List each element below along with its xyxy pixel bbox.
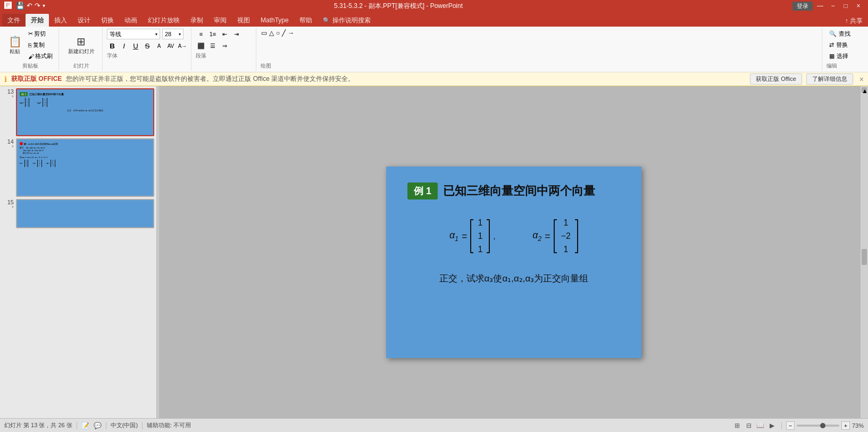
clipboard-sub-buttons: ✂ 剪切 ⎘ 复制 🖌 格式刷	[26, 29, 55, 61]
view-controls: ⊞ ⊟ 📖 ▶	[732, 421, 777, 430]
bullet-list-button[interactable]: ≡	[196, 29, 206, 39]
tab-record[interactable]: 录制	[185, 14, 208, 27]
ribbon-minimize-button[interactable]: —	[815, 2, 825, 10]
font-name-dropdown[interactable]: 等线 ▾	[107, 29, 160, 39]
zoom-label[interactable]: 73%	[852, 422, 864, 429]
tab-insert[interactable]: 插入	[49, 14, 72, 27]
right-scrollbar[interactable]: ▲ ▼	[861, 86, 868, 428]
tab-animation[interactable]: 动画	[119, 14, 143, 27]
notes-icon[interactable]: 📝	[81, 422, 89, 429]
tab-file[interactable]: 文件	[2, 14, 26, 27]
tab-view[interactable]: 视图	[232, 14, 255, 27]
title-bar: 🅿 💾 ↶ ↷ ▾ 5.31-5.3.2 - 副本.PPT[兼容模式] - Po…	[0, 0, 868, 12]
comment-icon[interactable]: 💬	[94, 422, 102, 429]
ribbon-content: 📋 粘贴 ✂ 剪切 ⎘ 复制 🖌 格式刷 剪贴板	[0, 27, 868, 72]
scroll-thumb[interactable]	[862, 249, 867, 265]
tab-design[interactable]: 设计	[72, 14, 96, 27]
arrow-shape[interactable]: →	[287, 29, 295, 37]
slideshow-button[interactable]: ▶	[767, 421, 777, 430]
tab-start[interactable]: 开始	[26, 14, 49, 27]
rect-shape[interactable]: ▭	[261, 29, 268, 37]
slide-star-13: *	[12, 95, 14, 101]
find-icon: 🔍	[829, 30, 837, 37]
thumb-13-title: 已知三维向量空间中两个向量	[29, 93, 64, 96]
underline-button[interactable]: U	[130, 40, 141, 51]
align-left-button[interactable]: ⬛	[196, 40, 206, 51]
drawing-group: ▭ △ ○ ╱ → 绘图	[257, 28, 822, 71]
zoom-out-button[interactable]: −	[786, 421, 795, 430]
slide-thumbnail-15[interactable]	[16, 199, 154, 228]
new-slide-button[interactable]: ⊞ 新建幻灯片	[65, 31, 97, 59]
tab-review[interactable]: 审阅	[208, 14, 232, 27]
shadow-button[interactable]: A	[154, 40, 164, 51]
number-list-button[interactable]: 1≡	[207, 29, 218, 39]
drawing-shapes: ▭ △ ○ ╱ →	[261, 29, 295, 37]
clipboard-group-content: 📋 粘贴 ✂ 剪切 ⎘ 复制 🖌 格式刷	[5, 29, 55, 61]
slides-group-label: 幻灯片	[73, 62, 89, 70]
sep1	[77, 422, 77, 429]
slide-star-15: *	[12, 205, 14, 211]
window-restore-button[interactable]: □	[840, 2, 851, 10]
tab-transition[interactable]: 切换	[96, 14, 119, 27]
slide-thumbnail-13[interactable]: 例 1 已知三维向量空间中两个向量 α₁= 1 1 1 α₂=	[16, 88, 154, 136]
copy-button[interactable]: ⎘ 复制	[26, 40, 55, 50]
undo-icon[interactable]: ↶	[27, 2, 32, 10]
get-office-button[interactable]: 获取正版 Office	[750, 73, 802, 85]
decrease-indent-button[interactable]: ⇤	[219, 29, 230, 39]
alpha2-matrix: 1 −2 1	[554, 215, 578, 257]
info-close-icon[interactable]: ×	[859, 75, 864, 84]
ribbon-tab-bar: 文件 开始 插入 设计 切换 动画 幻灯片放映 录制 审阅 视图 MathTyp…	[0, 12, 868, 27]
clipboard-group: 📋 粘贴 ✂ 剪切 ⎘ 复制 🖌 格式刷 剪贴板	[2, 28, 59, 71]
clipboard-group-label: 剪贴板	[22, 62, 38, 70]
customize-qa-icon[interactable]: ▾	[43, 3, 45, 9]
tab-mathtype[interactable]: MathType	[255, 14, 294, 27]
normal-view-button[interactable]: ⊞	[732, 421, 742, 430]
save-icon[interactable]: 💾	[16, 2, 24, 10]
format-painter-button[interactable]: 🖌 格式刷	[26, 51, 55, 61]
tab-slideshow[interactable]: 幻灯片放映	[143, 14, 185, 27]
reading-view-button[interactable]: 📖	[756, 421, 765, 430]
search-box[interactable]: 🔍 操作说明搜索	[318, 14, 376, 27]
window-close-button[interactable]: ×	[853, 2, 864, 10]
window-minimize-button[interactable]: −	[828, 2, 838, 10]
oval-shape[interactable]: ○	[276, 29, 280, 37]
line-shape[interactable]: ╱	[281, 29, 286, 37]
italic-button[interactable]: I	[119, 40, 129, 51]
slide-panel: 13 * 例 1 已知三维向量空间中两个向量 α₁= 1 1 1	[0, 86, 157, 428]
zoom-control: − + 73%	[786, 421, 864, 430]
info-bar-message: 您的许可证并非正版，您可能是盗版软件的被害者。立即通过正版 Office 渠道中…	[66, 74, 746, 84]
slide-thumbnail-14[interactable]: 解：α=(1,1,1)≠0,且分别与α₁,α₂正交 解方 [α₁,α₃]=x₁+…	[16, 138, 154, 197]
main-slide-canvas[interactable]: 例 1 已知三维向量空间中两个向量 α1 = 1 1	[386, 167, 641, 358]
new-slide-icon: ⊞	[77, 35, 86, 48]
strikethrough-button[interactable]: S	[142, 40, 153, 51]
login-button[interactable]: 登录	[792, 2, 813, 11]
align-right-button[interactable]: ⇒	[219, 40, 230, 51]
text-direction-button[interactable]: A→	[177, 40, 188, 51]
slide-number-13: 13	[7, 88, 14, 95]
share-button[interactable]: ↑ 共享	[842, 15, 866, 27]
cut-button[interactable]: ✂ 剪切	[26, 29, 55, 39]
learn-more-button[interactable]: 了解详细信息	[806, 73, 853, 85]
increase-indent-button[interactable]: ⇥	[231, 29, 241, 39]
char-spacing-button[interactable]: AV	[165, 40, 176, 51]
tab-help[interactable]: 帮助	[294, 14, 318, 27]
scroll-up-btn[interactable]: ▲	[862, 87, 867, 93]
zoom-slider[interactable]	[797, 425, 839, 427]
alpha1-formula: α1 = 1 1 1 ,	[449, 215, 495, 257]
format-painter-icon: 🖌	[28, 53, 34, 60]
triangle-shape[interactable]: △	[269, 29, 274, 37]
align-center-button[interactable]: ☰	[207, 40, 218, 51]
editing-buttons: 🔍 查找 ⇄ 替换 ▦ 选择	[827, 29, 853, 61]
find-button[interactable]: 🔍 查找	[827, 29, 853, 39]
sep3	[142, 422, 143, 429]
bold-button[interactable]: B	[107, 40, 118, 51]
font-size-dropdown[interactable]: 28 ▾	[162, 29, 183, 39]
paste-button[interactable]: 📋 粘贴	[5, 31, 24, 59]
redo-icon[interactable]: ↷	[35, 2, 40, 10]
slide-row-15: 15 *	[2, 199, 154, 228]
select-button[interactable]: ▦ 选择	[827, 51, 853, 61]
slide-sorter-button[interactable]: ⊟	[744, 421, 754, 430]
replace-button[interactable]: ⇄ 替换	[827, 40, 853, 50]
zoom-in-button[interactable]: +	[841, 421, 850, 430]
zoom-slider-thumb[interactable]	[820, 423, 825, 428]
